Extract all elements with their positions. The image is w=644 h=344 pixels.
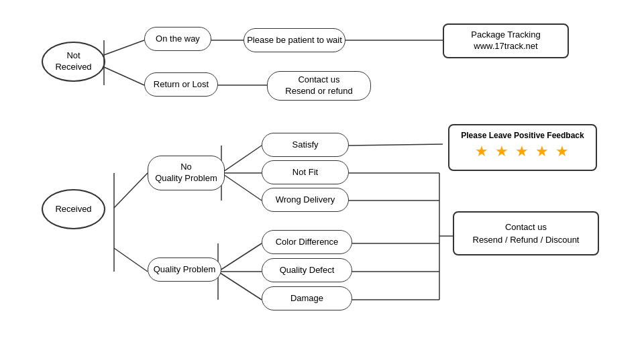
feedback-box: Please Leave Positive Feedback ★ ★ ★ ★ ★ — [448, 124, 597, 171]
satisfy-node: Satisfy — [262, 133, 349, 157]
svg-line-13 — [218, 243, 262, 272]
color-difference-node: Color Difference — [262, 230, 352, 254]
svg-line-1 — [104, 67, 144, 85]
received-node: Received — [42, 189, 105, 229]
wrong-delivery-node: Wrong Delivery — [262, 188, 349, 212]
package-tracking-node: Package Tracking www.17track.net — [443, 23, 569, 58]
svg-line-0 — [104, 40, 144, 55]
stars: ★ ★ ★ ★ ★ — [456, 143, 589, 160]
feedback-title: Please Leave Positive Feedback — [456, 131, 589, 140]
contact-resend-refund-node: Contact us Resend or refund — [267, 71, 371, 101]
be-patient-node: Please be patient to wait — [244, 28, 345, 52]
svg-line-15 — [218, 272, 262, 300]
svg-line-7 — [114, 248, 148, 272]
not-fit-node: Not Fit — [262, 160, 349, 184]
no-quality-problem-node: No Quality Problem — [148, 156, 225, 190]
quality-defect-node: Quality Defect — [262, 258, 352, 282]
svg-line-11 — [221, 173, 262, 200]
contact-resend-refund-discount-box: Contact us Resend / Refund / Discount — [453, 211, 599, 255]
on-the-way-node: On the way — [144, 27, 211, 51]
svg-line-17 — [349, 144, 443, 146]
damage-node: Damage — [262, 286, 352, 310]
svg-line-6 — [114, 173, 148, 208]
return-or-lost-node: Return or Lost — [144, 72, 218, 97]
quality-problem-node: Quality Problem — [148, 257, 221, 282]
svg-line-9 — [221, 146, 262, 173]
not-received-node: Not Received — [42, 42, 105, 82]
